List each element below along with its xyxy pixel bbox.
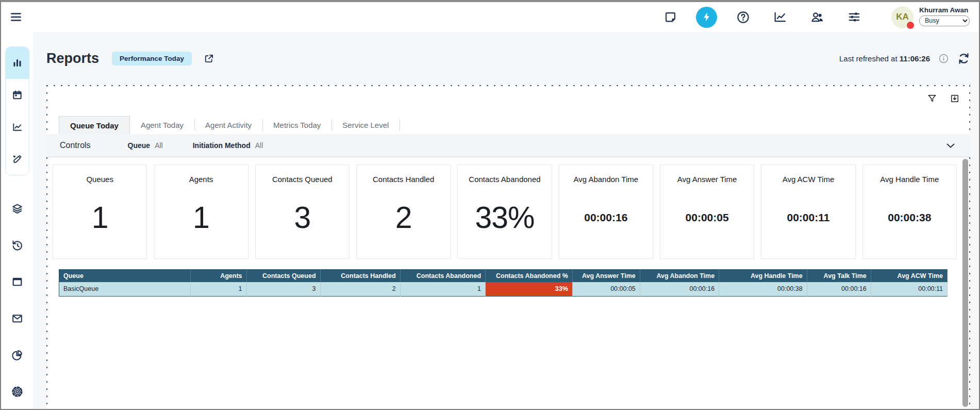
table-cell: 2 [320,282,400,297]
sidebar-item-mail[interactable] [11,312,24,325]
sidebar-report-group [5,46,29,175]
info-icon[interactable] [938,53,949,64]
sidebar-item-layers[interactable] [11,202,24,215]
queue-table-wrap: QueueAgentsContacts QueuedContacts Handl… [59,269,948,297]
controls-title: Controls [60,141,91,150]
external-link-icon[interactable] [203,53,215,64]
scrollbar-thumb[interactable] [962,159,968,407]
metric-card-value: 00:00:38 [888,211,931,224]
users-icon[interactable] [810,10,824,24]
metric-card-value: 00:00:05 [686,211,729,224]
last-refreshed-time: 11:06:26 [900,54,930,63]
filter-control[interactable]: Queue All [128,141,163,150]
table-cell: 00:00:16 [807,282,871,297]
tab-label: Agent Today [141,121,184,129]
table-row[interactable]: BasicQueue132133%00:00:0500:00:1600:00:3… [59,282,948,297]
sidebar-item-settings[interactable] [11,385,24,398]
tab[interactable]: Service Level [331,116,400,134]
last-refreshed-text: Last refreshed at 11:06:26 [839,54,930,63]
table-column-header[interactable]: Contacts Abandoned % [486,270,573,282]
tab[interactable]: Queue Today [59,116,130,134]
filter-label: Queue [128,141,151,150]
user-name: Khurram Awan [919,6,970,14]
report-tabs: Queue Today Agent Today Agent Activity M… [46,116,970,134]
table-column-header[interactable]: Agents [191,270,247,282]
user-profile: KA Khurram Awan Busy [891,6,970,28]
metric-card-title: Avg Handle Time [880,175,939,184]
metric-card-value: 1 [92,200,108,235]
tab-label: Agent Activity [205,121,252,129]
avatar[interactable]: KA [891,6,913,28]
bar-chart-icon [11,57,23,69]
sidebar-item-analytics[interactable] [6,111,29,143]
filter-icon[interactable] [927,93,937,104]
table-column-header[interactable]: Avg Answer Time [572,270,640,282]
filter-control[interactable]: Initiation Method All [193,141,263,150]
sidebar-item-reports[interactable] [6,47,29,79]
table-header-row: QueueAgentsContacts QueuedContacts Handl… [59,270,948,282]
sidebar-item-reports-share[interactable] [11,349,24,362]
metric-card: Queues 1 [53,165,147,259]
table-column-header[interactable]: Avg Talk Time [807,270,871,282]
pie-chart-icon [11,349,24,362]
metric-card: Agents 1 [154,165,248,259]
metrics-icon[interactable] [773,10,787,24]
metric-card-title: Contacts Queued [272,175,333,184]
tab[interactable]: Agent Activity [194,116,262,134]
metric-card: Avg Handle Time 00:00:38 [862,165,957,259]
table-column-header[interactable]: Contacts Handled [320,270,400,282]
metric-card: Contacts Queued 3 [255,165,350,259]
page-title: Reports [46,51,99,67]
page-header: Reports Performance Today Last refreshed… [46,32,970,85]
refresh-icon[interactable] [957,52,970,65]
table-cell: 00:00:11 [871,282,947,297]
table-column-header[interactable]: Contacts Abandoned [400,270,485,282]
history-icon [11,239,24,252]
filter-label: Initiation Method [193,141,251,150]
scrollbar-track[interactable] [962,158,969,409]
tab[interactable]: Agent Today [130,116,194,134]
notes-icon[interactable] [663,10,677,24]
sidebar-item-history[interactable] [11,239,24,252]
layers-icon [11,202,24,215]
mail-icon [11,312,24,325]
table-column-header[interactable]: Contacts Queued [246,270,320,282]
metric-card-title: Avg Answer Time [677,175,737,184]
sidebar-item-customize[interactable] [6,143,29,175]
tab[interactable]: Metrics Today [262,116,331,134]
performance-today-badge[interactable]: Performance Today [112,52,192,65]
table-column-header[interactable]: Avg Handle Time [719,270,807,282]
metric-card-value: 1 [193,200,209,235]
sidebar-item-window[interactable] [11,275,24,288]
status-select[interactable]: Busy [919,15,970,26]
hamburger-menu-icon[interactable] [8,9,24,25]
metric-card-value: 33% [475,200,534,235]
table-column-header[interactable]: Avg ACW Time [871,270,947,282]
table-cell: 1 [191,282,247,297]
brush-icon [11,153,23,165]
avatar-initials: KA [896,12,909,22]
table-column-header[interactable]: Queue [59,270,191,282]
table-cell: 1 [400,282,485,297]
metric-card: Avg Answer Time 00:00:05 [660,165,754,259]
download-icon[interactable] [950,93,960,104]
sidebar-item-schedule[interactable] [6,79,29,111]
last-refreshed-label: Last refreshed at [839,54,898,63]
help-icon[interactable] [736,10,750,24]
presence-dot [907,22,914,29]
table-body: BasicQueue132133%00:00:0500:00:1600:00:3… [59,282,948,297]
metric-card-title: Avg ACW Time [783,175,835,184]
metric-card-title: Contacts Handled [373,175,434,184]
tab-label: Metrics Today [273,121,321,129]
report-widget-panel: Queue Today Agent Today Agent Activity M… [46,85,970,410]
table-column-header[interactable]: Avg Abandon Time [640,270,719,282]
controls-bar: Controls Queue All Initiation Method All [46,134,970,157]
queue-table: QueueAgentsContacts QueuedContacts Handl… [59,269,948,297]
preferences-icon[interactable] [847,10,861,24]
metric-card: Contacts Handled 2 [356,165,451,259]
metric-card: Avg Abandon Time 00:00:16 [559,165,653,259]
chevron-down-icon[interactable] [944,139,957,152]
metric-card-value: 00:00:11 [787,211,830,224]
window-icon [11,275,24,288]
quick-connect-bolt-icon[interactable] [696,7,717,28]
